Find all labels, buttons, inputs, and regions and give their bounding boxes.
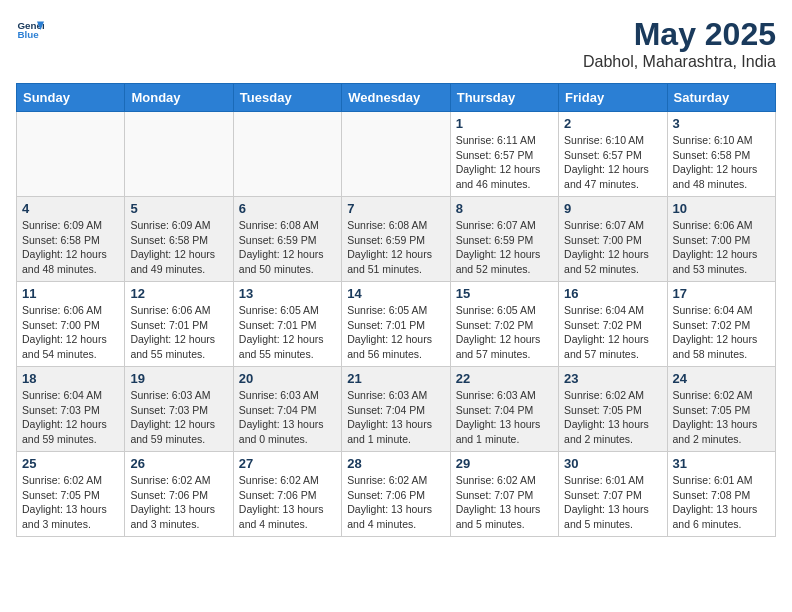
day-info: Sunrise: 6:09 AMSunset: 6:58 PMDaylight:… [130,218,227,277]
calendar-cell [342,112,450,197]
day-number: 8 [456,201,553,216]
day-info: Sunrise: 6:06 AMSunset: 7:00 PMDaylight:… [22,303,119,362]
calendar-cell: 21Sunrise: 6:03 AMSunset: 7:04 PMDayligh… [342,367,450,452]
day-info: Sunrise: 6:05 AMSunset: 7:02 PMDaylight:… [456,303,553,362]
day-number: 3 [673,116,770,131]
weekday-header-thursday: Thursday [450,84,558,112]
day-number: 17 [673,286,770,301]
day-info: Sunrise: 6:03 AMSunset: 7:03 PMDaylight:… [130,388,227,447]
location-title: Dabhol, Maharashtra, India [583,53,776,71]
calendar-cell: 31Sunrise: 6:01 AMSunset: 7:08 PMDayligh… [667,452,775,537]
calendar-cell: 30Sunrise: 6:01 AMSunset: 7:07 PMDayligh… [559,452,667,537]
day-info: Sunrise: 6:02 AMSunset: 7:05 PMDaylight:… [673,388,770,447]
calendar-cell: 22Sunrise: 6:03 AMSunset: 7:04 PMDayligh… [450,367,558,452]
day-number: 6 [239,201,336,216]
day-info: Sunrise: 6:08 AMSunset: 6:59 PMDaylight:… [347,218,444,277]
day-number: 15 [456,286,553,301]
day-number: 13 [239,286,336,301]
day-number: 19 [130,371,227,386]
day-number: 27 [239,456,336,471]
calendar-table: SundayMondayTuesdayWednesdayThursdayFrid… [16,83,776,537]
day-number: 12 [130,286,227,301]
calendar-cell [125,112,233,197]
week-row-2: 4Sunrise: 6:09 AMSunset: 6:58 PMDaylight… [17,197,776,282]
day-number: 10 [673,201,770,216]
weekday-header-row: SundayMondayTuesdayWednesdayThursdayFrid… [17,84,776,112]
day-number: 21 [347,371,444,386]
day-number: 28 [347,456,444,471]
calendar-cell: 14Sunrise: 6:05 AMSunset: 7:01 PMDayligh… [342,282,450,367]
weekday-header-monday: Monday [125,84,233,112]
calendar-cell: 9Sunrise: 6:07 AMSunset: 7:00 PMDaylight… [559,197,667,282]
day-info: Sunrise: 6:01 AMSunset: 7:08 PMDaylight:… [673,473,770,532]
calendar-cell: 2Sunrise: 6:10 AMSunset: 6:57 PMDaylight… [559,112,667,197]
day-number: 9 [564,201,661,216]
day-info: Sunrise: 6:04 AMSunset: 7:03 PMDaylight:… [22,388,119,447]
day-info: Sunrise: 6:09 AMSunset: 6:58 PMDaylight:… [22,218,119,277]
weekday-header-tuesday: Tuesday [233,84,341,112]
weekday-header-friday: Friday [559,84,667,112]
day-info: Sunrise: 6:04 AMSunset: 7:02 PMDaylight:… [564,303,661,362]
day-info: Sunrise: 6:02 AMSunset: 7:06 PMDaylight:… [347,473,444,532]
day-number: 24 [673,371,770,386]
calendar-cell: 28Sunrise: 6:02 AMSunset: 7:06 PMDayligh… [342,452,450,537]
calendar-cell: 5Sunrise: 6:09 AMSunset: 6:58 PMDaylight… [125,197,233,282]
day-number: 1 [456,116,553,131]
day-number: 30 [564,456,661,471]
calendar-cell: 11Sunrise: 6:06 AMSunset: 7:00 PMDayligh… [17,282,125,367]
day-number: 16 [564,286,661,301]
svg-text:Blue: Blue [17,29,39,40]
week-row-5: 25Sunrise: 6:02 AMSunset: 7:05 PMDayligh… [17,452,776,537]
weekday-header-sunday: Sunday [17,84,125,112]
day-info: Sunrise: 6:06 AMSunset: 7:00 PMDaylight:… [673,218,770,277]
day-info: Sunrise: 6:10 AMSunset: 6:58 PMDaylight:… [673,133,770,192]
day-number: 29 [456,456,553,471]
calendar-cell: 25Sunrise: 6:02 AMSunset: 7:05 PMDayligh… [17,452,125,537]
calendar-cell: 23Sunrise: 6:02 AMSunset: 7:05 PMDayligh… [559,367,667,452]
calendar-cell: 24Sunrise: 6:02 AMSunset: 7:05 PMDayligh… [667,367,775,452]
page-header: General Blue General Blue May 2025 Dabho… [16,16,776,71]
calendar-cell: 16Sunrise: 6:04 AMSunset: 7:02 PMDayligh… [559,282,667,367]
calendar-cell: 13Sunrise: 6:05 AMSunset: 7:01 PMDayligh… [233,282,341,367]
day-number: 22 [456,371,553,386]
calendar-cell: 4Sunrise: 6:09 AMSunset: 6:58 PMDaylight… [17,197,125,282]
calendar-cell: 1Sunrise: 6:11 AMSunset: 6:57 PMDaylight… [450,112,558,197]
day-info: Sunrise: 6:04 AMSunset: 7:02 PMDaylight:… [673,303,770,362]
calendar-cell: 6Sunrise: 6:08 AMSunset: 6:59 PMDaylight… [233,197,341,282]
calendar-cell: 7Sunrise: 6:08 AMSunset: 6:59 PMDaylight… [342,197,450,282]
day-info: Sunrise: 6:02 AMSunset: 7:07 PMDaylight:… [456,473,553,532]
logo: General Blue General Blue [16,16,44,44]
day-number: 20 [239,371,336,386]
day-info: Sunrise: 6:02 AMSunset: 7:06 PMDaylight:… [239,473,336,532]
day-info: Sunrise: 6:07 AMSunset: 7:00 PMDaylight:… [564,218,661,277]
week-row-4: 18Sunrise: 6:04 AMSunset: 7:03 PMDayligh… [17,367,776,452]
calendar-cell [233,112,341,197]
month-title: May 2025 [583,16,776,53]
day-info: Sunrise: 6:03 AMSunset: 7:04 PMDaylight:… [239,388,336,447]
day-number: 31 [673,456,770,471]
calendar-cell: 15Sunrise: 6:05 AMSunset: 7:02 PMDayligh… [450,282,558,367]
logo-icon: General Blue [16,16,44,44]
calendar-cell: 17Sunrise: 6:04 AMSunset: 7:02 PMDayligh… [667,282,775,367]
weekday-header-saturday: Saturday [667,84,775,112]
day-number: 25 [22,456,119,471]
calendar-cell: 26Sunrise: 6:02 AMSunset: 7:06 PMDayligh… [125,452,233,537]
day-number: 5 [130,201,227,216]
day-number: 18 [22,371,119,386]
calendar-cell: 27Sunrise: 6:02 AMSunset: 7:06 PMDayligh… [233,452,341,537]
calendar-cell: 29Sunrise: 6:02 AMSunset: 7:07 PMDayligh… [450,452,558,537]
day-info: Sunrise: 6:01 AMSunset: 7:07 PMDaylight:… [564,473,661,532]
day-number: 11 [22,286,119,301]
day-info: Sunrise: 6:02 AMSunset: 7:05 PMDaylight:… [22,473,119,532]
day-info: Sunrise: 6:02 AMSunset: 7:05 PMDaylight:… [564,388,661,447]
calendar-cell: 3Sunrise: 6:10 AMSunset: 6:58 PMDaylight… [667,112,775,197]
week-row-3: 11Sunrise: 6:06 AMSunset: 7:00 PMDayligh… [17,282,776,367]
day-number: 2 [564,116,661,131]
day-number: 26 [130,456,227,471]
calendar-cell [17,112,125,197]
day-number: 23 [564,371,661,386]
day-number: 7 [347,201,444,216]
weekday-header-wednesday: Wednesday [342,84,450,112]
day-info: Sunrise: 6:03 AMSunset: 7:04 PMDaylight:… [456,388,553,447]
day-number: 4 [22,201,119,216]
